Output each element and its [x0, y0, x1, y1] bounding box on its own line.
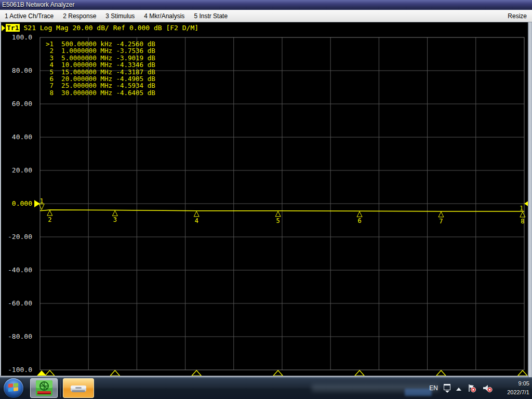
- marker-8-stimulus-indicator[interactable]: [518, 370, 527, 376]
- marker-1-stimulus-indicator[interactable]: [37, 370, 46, 376]
- marker-2-stimulus-indicator[interactable]: [45, 370, 55, 376]
- menu-item-5[interactable]: 5 Instr State: [189, 10, 232, 22]
- window-frame-left: [0, 22, 1, 377]
- marker-3-label: 3: [113, 216, 117, 223]
- marker-7-stimulus-indicator[interactable]: [436, 370, 446, 376]
- menu-item-1[interactable]: 1 Active Ch/Trace: [0, 10, 58, 22]
- taskbar-app-device[interactable]: [63, 378, 94, 398]
- marker-readout-row: 6 20.000000 MHz -4.4905 dB: [46, 75, 155, 82]
- taskbar-app-network-analyzer[interactable]: [30, 378, 58, 398]
- marker-2-pointer[interactable]: [47, 210, 52, 216]
- marker-readout-row: 2 1.0000000 MHz -3.7536 dB: [46, 47, 155, 54]
- marker-readout-row: 8 30.000000 MHz -4.6405 dB: [46, 89, 155, 96]
- instrument-screen: Tr1 S21 Log Mag 20.00 dB/ Ref 0.000 dB […: [0, 22, 532, 377]
- marker-readout-row: 3 5.0000000 MHz -3.9019 dB: [46, 55, 155, 61]
- marker-readout-row: 4 10.000000 MHz -4.3346 dB: [46, 61, 155, 68]
- y-axis-tick-label: -80.00: [2, 332, 32, 340]
- marker-7-pointer[interactable]: [438, 212, 444, 217]
- windows-logo-icon: [8, 383, 19, 393]
- y-axis-tick-label: 0.000: [2, 200, 32, 207]
- marker-5-stimulus-indicator[interactable]: [273, 370, 283, 376]
- clock-time: 9:05: [507, 379, 529, 388]
- y-axis-tick-label: 100.0: [2, 33, 32, 41]
- marker-6-label: 6: [357, 217, 361, 224]
- language-bar-icon[interactable]: [444, 384, 450, 393]
- menu-item-4[interactable]: 4 Mkr/Analysis: [139, 10, 189, 22]
- window-frame-right[interactable]: [528, 22, 532, 377]
- marker-1-label: 1: [40, 197, 44, 205]
- y-axis-tick-label: -20.00: [2, 233, 32, 241]
- start-button[interactable]: [4, 378, 23, 398]
- clock-date: 2022/7/1: [507, 388, 529, 397]
- menu-bar: 1 Active Ch/Trace2 Response3 Stimulus4 M…: [0, 10, 532, 22]
- marker-readout-table: >1 500.00000 kHz -4.2560 dB 2 1.0000000 …: [46, 41, 155, 96]
- taskbar-clock[interactable]: 9:05 2022/7/1: [507, 379, 529, 397]
- window-title: E5061B Network Analyzer: [2, 1, 74, 8]
- trace-number-label: 1: [520, 205, 523, 212]
- volume-muted-icon[interactable]: [482, 383, 493, 393]
- network-analyzer-icon: [35, 380, 53, 396]
- y-axis-tick-label: 60.00: [2, 100, 32, 108]
- menu-item-3[interactable]: 3 Stimulus: [101, 10, 139, 22]
- show-hidden-icons-icon[interactable]: [456, 388, 461, 391]
- marker-6-stimulus-indicator[interactable]: [355, 370, 364, 376]
- marker-5-pointer[interactable]: [275, 211, 281, 217]
- taskbar: EN 9:05 2022/7/1: [0, 377, 532, 399]
- ref-level-arrow-left[interactable]: [34, 200, 40, 207]
- marker-8-label: 8: [521, 218, 524, 225]
- marker-6-pointer[interactable]: [357, 211, 362, 217]
- y-axis-tick-label: 20.00: [2, 166, 32, 174]
- marker-readout-row: >1 500.00000 kHz -4.2560 dB: [46, 41, 155, 47]
- marker-4-stimulus-indicator[interactable]: [192, 370, 201, 376]
- device-icon: [69, 381, 88, 395]
- y-axis-tick-label: -40.00: [2, 266, 32, 274]
- marker-5-label: 5: [276, 217, 280, 224]
- menu-item-resize[interactable]: Resize: [503, 10, 532, 22]
- taskbar-ghost-artifact: [405, 389, 432, 396]
- y-axis-tick-label: -100.0: [2, 366, 32, 374]
- y-axis-tick-label: 40.00: [2, 133, 32, 141]
- notification-area: EN: [429, 377, 493, 399]
- marker-3-pointer[interactable]: [112, 210, 117, 216]
- taskbar-separator: [60, 379, 61, 397]
- action-center-flag-icon[interactable]: [467, 383, 476, 393]
- language-indicator[interactable]: EN: [429, 384, 438, 392]
- marker-2-label: 2: [48, 216, 51, 223]
- marker-3-stimulus-indicator[interactable]: [110, 370, 119, 376]
- marker-4-pointer[interactable]: [194, 211, 199, 217]
- screen: E5061B Network Analyzer 1 Active Ch/Trac…: [0, 0, 532, 399]
- window-titlebar[interactable]: E5061B Network Analyzer: [0, 0, 532, 10]
- marker-7-label: 7: [439, 218, 443, 225]
- menu-item-2[interactable]: 2 Response: [58, 10, 101, 22]
- marker-readout-row: 7 25.000000 MHz -4.5934 dB: [46, 82, 155, 89]
- y-axis-tick-label: 80.00: [2, 66, 32, 74]
- marker-readout-row: 5 15.000000 MHz -4.3187 dB: [46, 69, 155, 75]
- y-axis-tick-label: -60.00: [2, 299, 32, 307]
- marker-4-label: 4: [195, 217, 198, 224]
